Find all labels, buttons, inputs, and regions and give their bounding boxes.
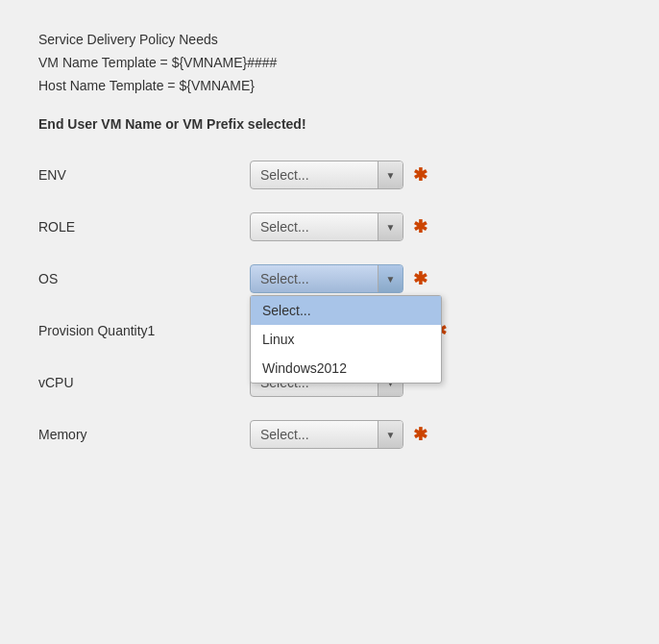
role-dropdown-arrow-icon: ▼	[378, 212, 403, 241]
memory-label: Memory	[38, 427, 250, 442]
env-label: ENV	[38, 167, 250, 183]
os-option-select[interactable]: Select...	[251, 296, 441, 325]
os-option-linux[interactable]: Linux	[251, 325, 441, 354]
env-select[interactable]: Select... ▼	[250, 161, 403, 189]
vcpu-label: vCPU	[38, 375, 250, 390]
os-dropdown-menu: Select... Linux Windows2012	[250, 295, 442, 384]
os-select-text: Select...	[251, 271, 378, 286]
memory-required-star: ✱	[413, 424, 427, 445]
os-option-windows2012[interactable]: Windows2012	[251, 354, 441, 383]
role-control-wrapper: Select... ▼ ✱	[250, 212, 427, 241]
vm-name-template-label: VM Name Template	[38, 55, 160, 70]
role-required-star: ✱	[413, 216, 427, 237]
memory-select-text: Select...	[251, 427, 378, 442]
memory-control-wrapper: Select... ▼ ✱	[250, 420, 427, 449]
os-required-star: ✱	[413, 268, 427, 289]
os-label: OS	[38, 271, 250, 286]
os-dropdown-arrow-icon: ▼	[378, 264, 403, 293]
vm-name-template-line: VM Name Template = ${VMNAME}####	[38, 52, 621, 75]
env-select-text: Select...	[251, 167, 378, 183]
provision-quantity1-label: Provision Quantity1	[38, 323, 250, 338]
env-required-star: ✱	[413, 164, 427, 186]
role-row: ROLE Select... ▼ ✱	[38, 212, 621, 241]
memory-dropdown-arrow-icon: ▼	[378, 420, 403, 449]
role-select-text: Select...	[251, 219, 378, 235]
vm-name-template-value: = ${VMNAME}####	[160, 55, 278, 70]
os-row: OS Select... ▼ Select... Linux Windows20…	[38, 264, 621, 293]
role-label: ROLE	[38, 219, 250, 235]
warning-message: End User VM Name or VM Prefix selected!	[38, 116, 621, 132]
os-control-wrapper: Select... ▼ Select... Linux Windows2012 …	[250, 264, 427, 293]
env-dropdown-arrow-icon: ▼	[378, 161, 403, 189]
policy-title: Service Delivery Policy Needs	[38, 29, 621, 52]
os-select[interactable]: Select... ▼	[250, 264, 403, 293]
memory-row: Memory Select... ▼ ✱	[38, 420, 621, 449]
role-select[interactable]: Select... ▼	[250, 212, 403, 241]
env-row: ENV Select... ▼ ✱	[38, 161, 621, 189]
env-control-wrapper: Select... ▼ ✱	[250, 161, 427, 189]
host-name-template-value: = ${VMNAME}	[167, 78, 255, 93]
info-block: Service Delivery Policy Needs VM Name Te…	[38, 29, 621, 97]
memory-select[interactable]: Select... ▼	[250, 420, 403, 449]
host-name-template-line: Host Name Template = ${VMNAME}	[38, 75, 621, 98]
os-dropdown-wrapper: Select... ▼ Select... Linux Windows2012	[250, 264, 403, 293]
host-name-template-label: Host Name Template	[38, 78, 167, 93]
